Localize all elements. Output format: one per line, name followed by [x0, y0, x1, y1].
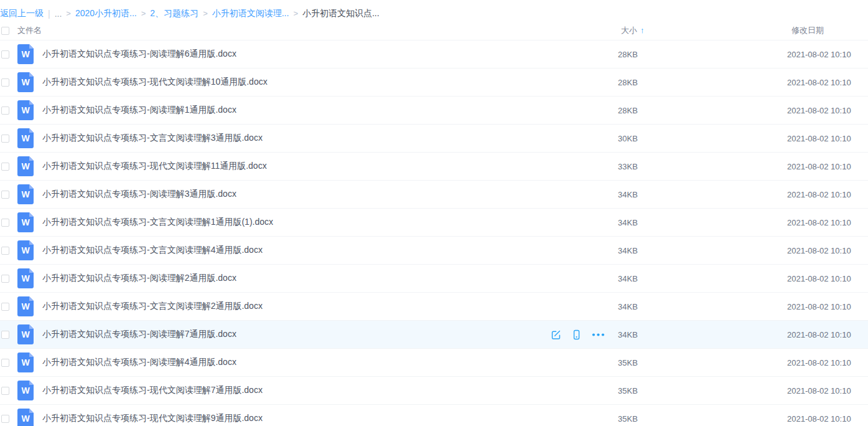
file-manager-page: 返回上一级 | ... > 2020小升初语... > 2、习题练习 > 小升初… [0, 0, 868, 426]
breadcrumb-link-3[interactable]: 小升初语文阅读理... [212, 8, 289, 19]
rename-icon[interactable] [551, 329, 561, 340]
file-size: 35KB [618, 414, 786, 424]
file-modified-date: 2021-08-02 10:10 [786, 414, 868, 424]
column-header-filename[interactable]: 文件名 [17, 25, 618, 36]
file-modified-date: 2021-08-02 10:10 [786, 190, 868, 199]
breadcrumb: 返回上一级 | ... > 2020小升初语... > 2、习题练习 > 小升初… [0, 0, 868, 21]
row-checkbox[interactable] [1, 359, 9, 367]
word-document-icon: W [17, 72, 34, 92]
file-name-link[interactable]: 小升初语文知识点专项练习-现代文阅读理解7通用版.docx [42, 385, 263, 396]
word-icon-letter: W [17, 156, 34, 176]
file-size: 35KB [618, 358, 786, 367]
file-name-link[interactable]: 小升初语文知识点专项练习-阅读理解7通用版.docx [42, 329, 236, 340]
word-document-icon: W [17, 324, 34, 344]
breadcrumb-link-1[interactable]: 2020小升初语... [75, 8, 137, 19]
row-checkbox[interactable] [1, 78, 9, 87]
file-row[interactable]: W 小升初语文知识点专项练习-现代文阅读理解11通用版.docx [0, 153, 868, 181]
file-row[interactable]: W 小升初语文知识点专项练习-现代文阅读理解9通用版.docx [0, 405, 868, 426]
file-row[interactable]: W 小升初语文知识点专项练习-现代文阅读理解7通用版.docx [0, 377, 868, 405]
file-row[interactable]: W 小升初语文知识点专项练习-文言文阅读理解4通用版.docx [0, 237, 868, 265]
breadcrumb-separator: > [141, 9, 146, 18]
file-row[interactable]: W 小升初语文知识点专项练习-阅读理解4通用版.docx [0, 349, 868, 377]
row-checkbox[interactable] [1, 331, 9, 339]
file-name-link[interactable]: 小升初语文知识点专项练习-现代文阅读理解9通用版.docx [42, 413, 263, 424]
file-modified-date: 2021-08-02 10:10 [786, 50, 868, 59]
file-name-link[interactable]: 小升初语文知识点专项练习-现代文阅读理解11通用版.docx [42, 161, 267, 172]
file-row[interactable]: W 小升初语文知识点专项练习-阅读理解2通用版.docx [0, 265, 868, 293]
file-row[interactable]: W 小升初语文知识点专项练习-现代文阅读理解10通用版.docx [0, 69, 868, 97]
row-checkbox[interactable] [1, 107, 9, 115]
row-checkbox[interactable] [1, 135, 9, 143]
file-row[interactable]: W 小升初语文知识点专项练习-阅读理解7通用版.docx [0, 321, 868, 349]
word-icon-letter: W [17, 212, 34, 232]
row-checkbox[interactable] [1, 191, 9, 199]
file-name-link[interactable]: 小升初语文知识点专项练习-文言文阅读理解2通用版.docx [42, 301, 263, 312]
row-checkbox[interactable] [1, 387, 9, 395]
breadcrumb-link-2[interactable]: 2、习题练习 [150, 8, 198, 19]
file-name-link[interactable]: 小升初语文知识点专项练习-文言文阅读理解4通用版.docx [42, 245, 263, 256]
file-name-link[interactable]: 小升初语文知识点专项练习-阅读理解3通用版.docx [42, 189, 236, 200]
file-size: 34KB [618, 190, 786, 199]
send-to-mobile-icon[interactable] [572, 329, 581, 340]
select-all-checkbox[interactable] [1, 27, 9, 35]
file-name-link[interactable]: 小升初语文知识点专项练习-文言文阅读理解1通用版(1).docx [42, 217, 273, 228]
file-size: 34KB [618, 274, 786, 283]
sort-arrow-up-icon: ↑ [640, 26, 645, 35]
file-row[interactable]: W 小升初语文知识点专项练习-文言文阅读理解1通用版(1).docx [0, 209, 868, 237]
column-header-date[interactable]: 修改日期 [786, 25, 868, 36]
file-name-link[interactable]: 小升初语文知识点专项练习-阅读理解6通用版.docx [42, 49, 236, 60]
file-modified-date: 2021-08-02 10:10 [786, 218, 868, 227]
column-header-size[interactable]: 大小↑ [618, 25, 786, 36]
word-document-icon: W [17, 156, 34, 176]
breadcrumb-separator: > [66, 9, 71, 18]
row-checkbox[interactable] [1, 219, 9, 227]
row-checkbox[interactable] [1, 50, 9, 59]
file-name-link[interactable]: 小升初语文知识点专项练习-阅读理解2通用版.docx [42, 273, 236, 284]
file-modified-date: 2021-08-02 10:10 [786, 274, 868, 283]
more-actions-icon[interactable] [592, 329, 605, 340]
file-modified-date: 2021-08-02 10:10 [786, 134, 868, 143]
file-modified-date: 2021-08-02 10:10 [786, 162, 868, 171]
row-hover-actions [546, 329, 618, 340]
file-row[interactable]: W 小升初语文知识点专项练习-文言文阅读理解3通用版.docx [0, 125, 868, 153]
file-name-link[interactable]: 小升初语文知识点专项练习-阅读理解4通用版.docx [42, 357, 236, 368]
row-checkbox[interactable] [1, 303, 9, 311]
file-modified-date: 2021-08-02 10:10 [786, 386, 868, 395]
file-name-link[interactable]: 小升初语文知识点专项练习-现代文阅读理解10通用版.docx [42, 77, 268, 88]
breadcrumb-separator: > [293, 9, 298, 18]
row-checkbox[interactable] [1, 275, 9, 283]
breadcrumb-separator: > [203, 9, 208, 18]
word-document-icon: W [17, 100, 34, 120]
file-size: 35KB [618, 386, 786, 395]
word-icon-letter: W [17, 353, 34, 372]
file-row[interactable]: W 小升初语文知识点专项练习-阅读理解3通用版.docx [0, 181, 868, 209]
word-icon-letter: W [17, 381, 34, 400]
word-icon-letter: W [17, 44, 34, 64]
file-size: 28KB [618, 50, 786, 59]
file-size: 34KB [618, 302, 786, 311]
word-document-icon: W [17, 44, 34, 64]
word-document-icon: W [17, 268, 34, 288]
word-icon-letter: W [17, 184, 34, 204]
file-modified-date: 2021-08-02 10:10 [786, 246, 868, 255]
word-document-icon: W [17, 296, 34, 316]
file-row[interactable]: W 小升初语文知识点专项练习-阅读理解6通用版.docx [0, 40, 868, 69]
file-size: 34KB [618, 246, 786, 255]
word-document-icon: W [17, 381, 34, 400]
row-checkbox[interactable] [1, 415, 9, 423]
file-size: 34KB [618, 330, 786, 339]
back-to-parent-link[interactable]: 返回上一级 [0, 8, 44, 19]
file-row[interactable]: W 小升初语文知识点专项练习-文言文阅读理解2通用版.docx [0, 293, 868, 321]
file-size: 33KB [618, 162, 786, 171]
file-name-link[interactable]: 小升初语文知识点专项练习-文言文阅读理解3通用版.docx [42, 133, 263, 144]
word-document-icon: W [17, 128, 34, 148]
file-modified-date: 2021-08-02 10:10 [786, 78, 868, 87]
word-document-icon: W [17, 353, 34, 372]
row-checkbox[interactable] [1, 163, 9, 171]
column-header-size-label: 大小 [621, 26, 637, 35]
file-name-link[interactable]: 小升初语文知识点专项练习-阅读理解1通用版.docx [42, 105, 236, 116]
file-row[interactable]: W 小升初语文知识点专项练习-阅读理解1通用版.docx [0, 97, 868, 125]
row-checkbox[interactable] [1, 247, 9, 255]
word-icon-letter: W [17, 296, 34, 316]
breadcrumb-collapsed-ellipsis[interactable]: ... [55, 9, 62, 19]
